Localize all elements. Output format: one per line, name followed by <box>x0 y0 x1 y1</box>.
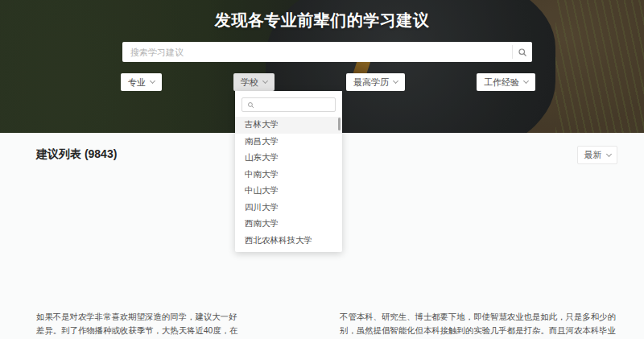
search-button[interactable] <box>513 42 532 62</box>
chevron-down-icon <box>523 78 529 84</box>
page-title: 发现各专业前辈们的学习建议 <box>0 10 644 31</box>
school-option[interactable]: 西南大学 <box>235 216 342 233</box>
list-title: 建议列表 (9843) <box>36 147 117 162</box>
school-search-box <box>242 97 336 112</box>
filter-school-label: 学校 <box>241 76 258 89</box>
search-icon <box>518 48 527 57</box>
school-option[interactable]: 中山大学 <box>235 183 342 200</box>
filter-experience-label: 工作经验 <box>484 76 519 89</box>
chevron-down-icon <box>150 78 155 84</box>
filter-experience-button[interactable]: 工作经验 <box>477 73 535 91</box>
chevron-down-icon <box>262 78 268 84</box>
sort-label: 最新 <box>584 149 602 161</box>
scrollbar-thumb[interactable] <box>338 118 341 130</box>
sort-dropdown[interactable]: 最新 <box>577 146 617 164</box>
school-search-input[interactable] <box>258 101 330 110</box>
school-option[interactable]: 四川大学 <box>235 200 342 217</box>
school-option[interactable]: 中南大学 <box>235 167 342 184</box>
filter-degree-button[interactable]: 最高学历 <box>346 73 405 91</box>
filter-row: 专业 学校 最高学历 工作经验 <box>121 73 535 91</box>
school-option[interactable]: 山东大学 <box>235 150 342 167</box>
page: 发现各专业前辈们的学习建议 专业 学校 最高学历 <box>0 0 644 339</box>
search-input[interactable] <box>122 42 512 62</box>
school-dropdown-panel: 吉林大学 南昌大学 山东大学 中南大学 中山大学 四川大学 西南大学 西北农林科… <box>235 91 342 252</box>
school-option[interactable]: 吉林大学 <box>235 117 342 134</box>
chevron-down-icon <box>605 151 611 156</box>
advice-text: 如果不是对农学非常喜欢期望深造的同学，建议大一好 不管本科、研究生、博士都要下地… <box>36 311 609 339</box>
school-option[interactable]: 南昌大学 <box>235 134 342 151</box>
filter-school-button[interactable]: 学校 <box>233 73 275 91</box>
chevron-down-icon <box>393 78 398 84</box>
school-option[interactable]: 西北农林科技大学 <box>235 233 342 250</box>
search-bar <box>122 42 532 62</box>
filter-major-button[interactable]: 专业 <box>121 73 162 91</box>
filter-degree-label: 最高学历 <box>353 76 389 89</box>
advice-text-line: 差异。到了作物播种或收获季节，大热天将近40度，在 别，虽然提倡智能化但本科接触… <box>36 325 609 338</box>
school-option-list: 吉林大学 南昌大学 山东大学 中南大学 中山大学 四川大学 西南大学 西北农林科… <box>235 117 342 249</box>
filter-major-label: 专业 <box>128 76 146 89</box>
search-icon <box>247 101 254 109</box>
advice-text-line: 如果不是对农学非常喜欢期望深造的同学，建议大一好 不管本科、研究生、博士都要下地… <box>36 311 609 325</box>
